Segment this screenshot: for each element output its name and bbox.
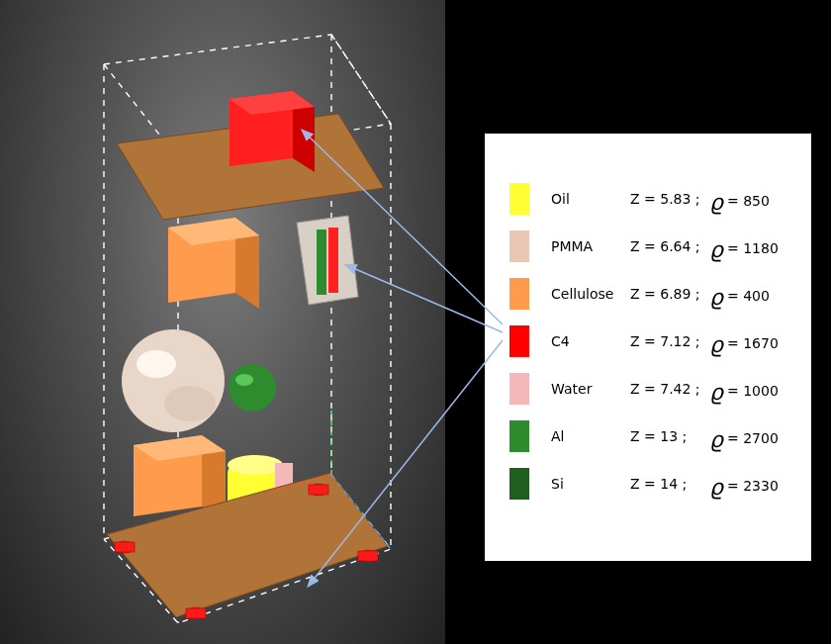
rho-number: = 1000	[727, 383, 779, 399]
legend-material-name: Si	[551, 476, 630, 492]
svg-point-13	[229, 364, 276, 412]
legend-row: WaterZ = 7.42 ;ϱ= 1000	[509, 365, 793, 413]
legend-material-name: C4	[551, 333, 630, 349]
legend-z-value: Z = 13 ;	[630, 428, 709, 444]
legend-material-name: Water	[551, 381, 630, 397]
legend-swatch	[509, 278, 529, 310]
legend-row: OilZ = 5.83 ;ϱ= 850	[509, 175, 793, 223]
svg-rect-26	[115, 542, 135, 552]
svg-rect-28	[358, 551, 378, 561]
svg-rect-6	[328, 228, 338, 293]
legend-swatch	[509, 420, 529, 452]
figure-root: OilZ = 5.83 ;ϱ= 850PMMAZ = 6.64 ;ϱ= 1180…	[0, 0, 831, 644]
legend-swatch	[509, 325, 529, 357]
legend-z-value: Z = 7.42 ;	[630, 381, 709, 397]
legend-swatch	[509, 183, 529, 215]
legend-rho-value: ϱ= 850	[709, 186, 793, 212]
legend-row: C4Z = 7.12 ;ϱ= 1670	[509, 318, 793, 365]
legend-rho-value: ϱ= 400	[709, 281, 793, 307]
legend-swatch	[509, 468, 529, 500]
legend-row: AlZ = 13 ;ϱ= 2700	[509, 413, 793, 460]
svg-point-12	[164, 386, 216, 421]
al-sphere	[229, 364, 276, 412]
rho-symbol: ϱ	[709, 332, 723, 358]
svg-rect-5	[317, 230, 326, 295]
rho-symbol: ϱ	[709, 237, 723, 263]
svg-point-19	[228, 455, 283, 475]
legend-material-name: Al	[551, 428, 630, 444]
legend-z-value: Z = 6.89 ;	[630, 286, 709, 302]
legend-rho-value: ϱ= 1000	[709, 376, 793, 402]
legend-swatch	[509, 230, 529, 262]
legend-row: SiZ = 14 ;ϱ= 2330	[509, 460, 793, 507]
rho-number: = 2700	[727, 430, 779, 446]
svg-marker-4	[297, 216, 358, 305]
legend-swatch	[509, 373, 529, 405]
rho-symbol: ϱ	[709, 190, 723, 216]
legend-z-value: Z = 5.83 ;	[630, 191, 709, 207]
detector-tray	[297, 216, 358, 305]
c4-cube-top	[230, 91, 315, 172]
legend-rho-value: ϱ= 2330	[709, 471, 793, 497]
legend-material-name: Oil	[551, 191, 630, 207]
rho-symbol: ϱ	[709, 285, 723, 311]
render-panel	[0, 0, 445, 644]
scene-svg	[0, 0, 445, 644]
pmma-sphere	[122, 329, 225, 432]
rho-symbol: ϱ	[709, 475, 723, 501]
rho-symbol: ϱ	[709, 380, 723, 406]
legend-row: PMMAZ = 6.64 ;ϱ= 1180	[509, 223, 793, 270]
legend-rho-value: ϱ= 1180	[709, 233, 793, 259]
legend-material-name: PMMA	[551, 238, 630, 254]
svg-point-11	[137, 350, 176, 378]
rho-number: = 850	[727, 193, 770, 209]
legend-z-value: Z = 14 ;	[630, 476, 709, 492]
rho-number: = 1670	[727, 335, 779, 351]
legend-rho-value: ϱ= 2700	[709, 423, 793, 449]
legend-row: CelluloseZ = 6.89 ;ϱ= 400	[509, 270, 793, 318]
rho-number: = 1180	[727, 240, 779, 256]
materials-legend: OilZ = 5.83 ;ϱ= 850PMMAZ = 6.64 ;ϱ= 1180…	[485, 134, 811, 561]
svg-rect-27	[309, 485, 328, 495]
svg-rect-29	[186, 608, 206, 618]
legend-z-value: Z = 6.64 ;	[630, 238, 709, 254]
legend-rho-value: ϱ= 1670	[709, 328, 793, 354]
rho-number: = 400	[727, 288, 770, 304]
legend-z-value: Z = 7.12 ;	[630, 333, 709, 349]
rho-symbol: ϱ	[709, 427, 723, 453]
rho-number: = 2330	[727, 478, 779, 494]
legend-material-name: Cellulose	[551, 286, 630, 302]
svg-point-14	[235, 374, 253, 386]
cellulose-cube-mid	[168, 218, 259, 309]
